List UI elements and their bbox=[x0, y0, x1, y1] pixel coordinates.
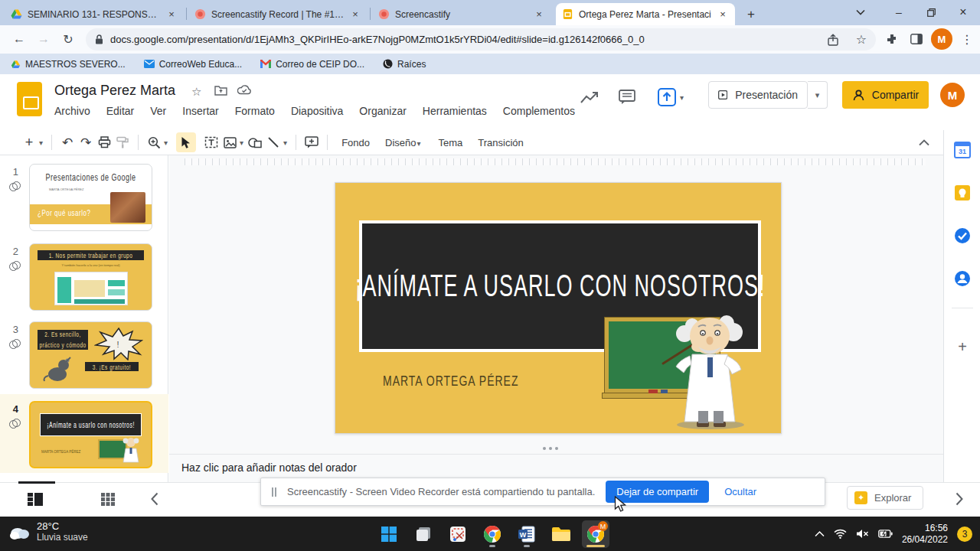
transition-button[interactable]: Transición bbox=[470, 137, 531, 148]
redo-button[interactable]: ↷ bbox=[77, 132, 95, 152]
tab-close-icon[interactable]: × bbox=[533, 8, 545, 20]
bookmark-raices[interactable]: Raíces bbox=[383, 59, 426, 70]
slide-thumbnail-1[interactable]: Presentaciones de Google MARTA ORTEGA PÉ… bbox=[29, 164, 152, 231]
background-button[interactable]: Fondo bbox=[334, 137, 377, 148]
document-title[interactable]: Ortega Perez Marta bbox=[54, 83, 175, 99]
menu-editar[interactable]: Editar bbox=[106, 105, 135, 117]
slide-author-text[interactable]: MARTA ORTEGA PÉREZ bbox=[383, 372, 518, 389]
battery-icon[interactable] bbox=[878, 530, 893, 538]
theme-button[interactable]: Tema bbox=[431, 137, 471, 148]
zoom-button[interactable] bbox=[145, 132, 163, 152]
explore-button[interactable]: ✦ Explorar bbox=[847, 486, 923, 510]
tab-close-icon[interactable]: × bbox=[717, 8, 729, 20]
slide-thumbnail-3[interactable]: 2. Es sencillo, práctico y cómodo ! 3. ¡… bbox=[29, 321, 152, 389]
expand-panel-chevron-icon[interactable] bbox=[956, 492, 963, 506]
snipping-tool-button[interactable] bbox=[444, 520, 472, 548]
tab-search-chevron-icon[interactable] bbox=[845, 0, 876, 24]
collapse-filmstrip-chevron-icon[interactable] bbox=[151, 492, 158, 506]
tab-screencastify[interactable]: Screencastify × bbox=[372, 3, 551, 25]
chrome-button[interactable] bbox=[479, 520, 506, 548]
slide-thumbnail-2[interactable]: 1. Nos permite trabajar en grupo Y tambi… bbox=[29, 243, 152, 311]
browser-menu-icon[interactable]: ⋮ bbox=[957, 29, 977, 49]
bookmark-gmail-ceip[interactable]: Correo de CEIP DO... bbox=[260, 59, 364, 70]
google-calendar-icon[interactable]: 31 bbox=[953, 141, 972, 159]
present-button[interactable]: Presentación bbox=[708, 81, 808, 109]
url-bar[interactable]: docs.google.com/presentation/d/1EjAMh3_Q… bbox=[86, 28, 876, 51]
reload-icon[interactable]: ↻ bbox=[58, 29, 78, 49]
google-contacts-icon[interactable] bbox=[953, 269, 972, 288]
menu-organizar[interactable]: Organizar bbox=[359, 105, 406, 117]
get-addons-button[interactable]: + bbox=[953, 338, 972, 357]
volume-muted-icon[interactable] bbox=[856, 529, 869, 539]
task-view-button[interactable] bbox=[410, 520, 437, 548]
new-slide-caret[interactable]: ▾ bbox=[39, 139, 43, 147]
chrome-profile-window-button[interactable]: M bbox=[582, 520, 609, 548]
slide-thumbnail-4-selected[interactable]: ¡Anímate a usarlo con nosotros! MARTA OR… bbox=[29, 401, 152, 468]
insert-image-button[interactable] bbox=[220, 132, 239, 152]
google-tasks-icon[interactable] bbox=[953, 227, 972, 245]
grid-view-icon[interactable] bbox=[101, 493, 115, 506]
move-folder-icon[interactable] bbox=[214, 85, 227, 96]
menu-formato[interactable]: Formato bbox=[235, 105, 275, 117]
menu-insertar[interactable]: Insertar bbox=[182, 105, 218, 117]
speaker-notes-input[interactable]: Haz clic para añadir notas del orador bbox=[181, 461, 357, 474]
bookmark-star-icon[interactable]: ☆ bbox=[856, 32, 867, 47]
bookmark-maestros[interactable]: MAESTROS SEVERO... bbox=[11, 59, 126, 70]
menu-diapositiva[interactable]: Diapositiva bbox=[291, 105, 343, 117]
window-close-button[interactable]: × bbox=[948, 0, 978, 24]
undo-button[interactable]: ↶ bbox=[58, 132, 77, 152]
present-options-caret[interactable]: ▾ bbox=[808, 81, 828, 109]
extensions-icon[interactable] bbox=[882, 29, 902, 49]
paint-format-button[interactable] bbox=[113, 132, 132, 152]
weather-widget[interactable]: 28°CLluvia suave bbox=[8, 520, 88, 543]
forward-icon[interactable]: → bbox=[34, 29, 54, 49]
wifi-icon[interactable] bbox=[834, 529, 847, 539]
drag-handle-icon[interactable] bbox=[272, 487, 276, 497]
text-box-button[interactable] bbox=[202, 132, 220, 152]
tab-close-icon[interactable]: × bbox=[165, 8, 178, 20]
insert-shape-button[interactable] bbox=[246, 132, 264, 152]
zoom-caret[interactable]: ▾ bbox=[164, 139, 168, 147]
layout-button[interactable]: Diseño▾ bbox=[377, 137, 431, 148]
activity-chart-icon[interactable] bbox=[580, 92, 599, 104]
comments-icon[interactable] bbox=[619, 90, 635, 105]
new-tab-button[interactable]: + bbox=[741, 3, 766, 25]
insert-line-button[interactable] bbox=[264, 132, 283, 152]
hide-share-bar-link[interactable]: Ocultar bbox=[724, 486, 756, 497]
bookmark-correoweb[interactable]: CorreoWeb Educa... bbox=[144, 59, 243, 70]
insert-comment-button[interactable] bbox=[302, 132, 321, 152]
tab-seminario[interactable]: SEMINARIO 131- RESPONSABL × bbox=[5, 3, 184, 25]
window-restore-button[interactable] bbox=[916, 0, 946, 24]
file-explorer-button[interactable] bbox=[547, 520, 575, 548]
menu-ver[interactable]: Ver bbox=[150, 105, 166, 117]
share-icon[interactable] bbox=[827, 34, 839, 46]
print-button[interactable] bbox=[95, 132, 113, 152]
filmstrip-view-icon[interactable] bbox=[28, 493, 43, 506]
slides-app-logo[interactable] bbox=[17, 82, 42, 116]
start-button[interactable] bbox=[375, 520, 403, 548]
new-slide-button[interactable]: + bbox=[20, 132, 38, 152]
collapse-menus-chevron-icon[interactable] bbox=[919, 139, 929, 146]
window-minimize-button[interactable]: – bbox=[884, 0, 914, 24]
profile-avatar[interactable]: M bbox=[931, 28, 952, 50]
select-tool-button[interactable] bbox=[176, 132, 196, 152]
word-button[interactable]: W bbox=[513, 520, 541, 548]
share-button[interactable]: Compartir bbox=[842, 81, 929, 109]
menu-archivo[interactable]: Archivo bbox=[54, 105, 90, 117]
line-caret[interactable]: ▾ bbox=[283, 139, 287, 147]
notes-resize-handle[interactable] bbox=[543, 447, 558, 450]
hidden-icons-chevron-icon[interactable] bbox=[815, 530, 825, 537]
back-icon[interactable]: ← bbox=[9, 29, 29, 49]
image-caret[interactable]: ▾ bbox=[240, 139, 243, 147]
tab-active-presentation[interactable]: Ortega Perez Marta - Presentaci × bbox=[556, 3, 735, 25]
notification-count-badge[interactable]: 3 bbox=[957, 527, 972, 542]
current-slide[interactable]: ¡ANÍMATE A USARLO CON NOSOTROS! MARTA OR… bbox=[335, 182, 782, 434]
google-keep-icon[interactable] bbox=[953, 184, 972, 202]
menu-herramientas[interactable]: Herramientas bbox=[423, 105, 487, 117]
present-to-meeting-button[interactable]: ▾ bbox=[657, 84, 692, 110]
account-avatar[interactable]: M bbox=[940, 83, 965, 107]
tab-close-icon[interactable]: × bbox=[349, 8, 361, 20]
menu-complementos[interactable]: Complementos bbox=[503, 105, 575, 117]
side-panel-icon[interactable] bbox=[906, 29, 926, 49]
tab-screencastify-record[interactable]: Screencastify Record | The #1 Sc × bbox=[188, 3, 368, 25]
